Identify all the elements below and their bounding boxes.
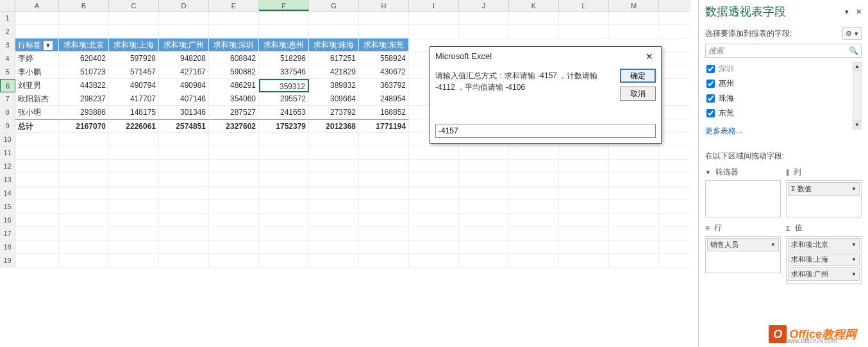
empty-cell[interactable] [259, 133, 309, 146]
pivot-data-cell[interactable]: 558924 [359, 52, 409, 65]
pivot-data-cell[interactable]: 309664 [309, 92, 359, 105]
column-header-J[interactable]: J [459, 0, 509, 11]
dropdown-icon[interactable]: ▼ [851, 257, 856, 262]
empty-cell[interactable] [609, 160, 659, 173]
row-header-18[interactable]: 18 [0, 241, 15, 253]
empty-cell[interactable] [259, 25, 309, 38]
empty-cell[interactable] [59, 25, 109, 38]
pivot-header-cell[interactable]: 求和项:北京 [59, 38, 109, 51]
empty-cell[interactable] [209, 200, 259, 213]
pivot-data-cell[interactable]: 301346 [159, 106, 209, 119]
pivot-data-cell[interactable]: 148175 [109, 106, 159, 119]
empty-cell[interactable] [159, 214, 209, 226]
empty-cell[interactable] [59, 214, 109, 226]
empty-cell[interactable] [209, 241, 259, 253]
empty-cell[interactable] [159, 187, 209, 199]
empty-cell[interactable] [509, 12, 559, 24]
pivot-row-label[interactable]: 李小鹏 [15, 65, 59, 78]
row-header-3[interactable]: 3 [0, 38, 15, 51]
area-field-item[interactable]: 求和项:广州▼ [788, 267, 860, 281]
pivot-data-cell[interactable]: 248954 [359, 92, 409, 105]
empty-cell[interactable] [409, 241, 459, 253]
empty-cell[interactable] [309, 214, 359, 226]
column-header-G[interactable]: G [309, 0, 359, 11]
field-checkbox[interactable] [706, 80, 715, 88]
pivot-row-label[interactable]: 欧阳新杰 [15, 92, 59, 105]
pivot-total-cell[interactable]: 2167070 [59, 119, 109, 132]
empty-cell[interactable] [259, 146, 309, 159]
empty-cell[interactable] [459, 25, 509, 38]
empty-cell[interactable] [109, 227, 159, 240]
empty-cell[interactable] [309, 187, 359, 199]
pivot-header-cell[interactable]: 求和项:惠州 [259, 38, 309, 51]
empty-cell[interactable] [159, 173, 209, 186]
row-header-10[interactable]: 10 [0, 133, 15, 146]
empty-cell[interactable] [609, 25, 659, 38]
more-tables-link[interactable]: 更多表格... [705, 121, 862, 142]
pivot-header-cell[interactable]: 行标签▼ [15, 38, 59, 51]
filter-dropdown-icon[interactable]: ▼ [44, 41, 53, 50]
empty-cell[interactable] [459, 146, 509, 159]
pivot-total-label[interactable]: 总计 [15, 119, 59, 132]
select-all-corner[interactable] [0, 0, 15, 11]
pivot-header-cell[interactable]: 求和项:深圳 [209, 38, 259, 51]
row-header-9[interactable]: 9 [0, 119, 15, 132]
empty-cell[interactable] [59, 254, 109, 267]
filter-area[interactable]: 筛选器 [705, 167, 781, 217]
empty-cell[interactable] [59, 187, 109, 199]
empty-cell[interactable] [259, 12, 309, 24]
columns-area[interactable]: 列 Σ 数值▼ [786, 167, 862, 217]
pivot-data-cell[interactable]: 443822 [59, 79, 109, 92]
pivot-data-cell[interactable]: 295572 [259, 92, 309, 105]
dropdown-icon[interactable]: ▼ [851, 271, 856, 277]
dropdown-icon[interactable]: ▼ [771, 242, 776, 248]
empty-cell[interactable] [209, 133, 259, 146]
empty-cell[interactable] [159, 12, 209, 24]
column-header-B[interactable]: B [59, 0, 109, 11]
empty-cell[interactable] [159, 241, 209, 253]
empty-cell[interactable] [59, 133, 109, 146]
empty-cell[interactable] [559, 173, 609, 186]
pivot-data-cell[interactable]: 510723 [59, 65, 109, 78]
empty-cell[interactable] [59, 160, 109, 173]
empty-cell[interactable] [209, 25, 259, 38]
empty-cell[interactable] [15, 241, 59, 253]
field-checkbox[interactable] [706, 65, 715, 73]
empty-cell[interactable] [509, 25, 559, 38]
empty-cell[interactable] [109, 173, 159, 186]
rows-area[interactable]: 行 销售人员▼ [705, 223, 781, 284]
pivot-data-cell[interactable]: 359312 [259, 79, 309, 92]
empty-cell[interactable] [59, 173, 109, 186]
empty-cell[interactable] [309, 173, 359, 186]
pivot-row-label[interactable]: 李婷 [15, 52, 59, 65]
values-area[interactable]: 值 求和项:北京▼求和项:上海▼求和项:广州▼ [786, 223, 862, 284]
empty-cell[interactable] [309, 12, 359, 24]
pivot-row-label[interactable]: 张小明 [15, 106, 59, 119]
empty-cell[interactable] [15, 254, 59, 267]
empty-cell[interactable] [15, 160, 59, 173]
pivot-data-cell[interactable]: 407146 [159, 92, 209, 105]
empty-cell[interactable] [409, 160, 459, 173]
empty-cell[interactable] [159, 146, 209, 159]
pivot-data-cell[interactable]: 168852 [359, 106, 409, 119]
row-header-7[interactable]: 7 [0, 92, 15, 105]
empty-cell[interactable] [15, 200, 59, 213]
empty-cell[interactable] [59, 146, 109, 159]
pivot-total-cell[interactable]: 1771194 [359, 119, 409, 132]
dialog-titlebar[interactable]: Microsoft Excel ✕ [430, 47, 661, 66]
column-header-C[interactable]: C [109, 0, 159, 11]
empty-cell[interactable] [559, 146, 609, 159]
column-header-A[interactable]: A [15, 0, 59, 11]
empty-cell[interactable] [309, 146, 359, 159]
pivot-total-cell[interactable]: 2226061 [109, 119, 159, 132]
pivot-data-cell[interactable]: 617251 [309, 52, 359, 65]
pivot-data-cell[interactable]: 620402 [59, 52, 109, 65]
empty-cell[interactable] [159, 133, 209, 146]
column-header-M[interactable]: M [609, 0, 659, 11]
row-header-12[interactable]: 12 [0, 160, 15, 173]
pivot-row-label[interactable]: 刘亚男 [15, 79, 59, 92]
empty-cell[interactable] [15, 12, 59, 24]
pivot-data-cell[interactable]: 490984 [159, 79, 209, 92]
empty-cell[interactable] [15, 25, 59, 38]
scroll-up-arrow[interactable]: ▲ [853, 62, 861, 71]
